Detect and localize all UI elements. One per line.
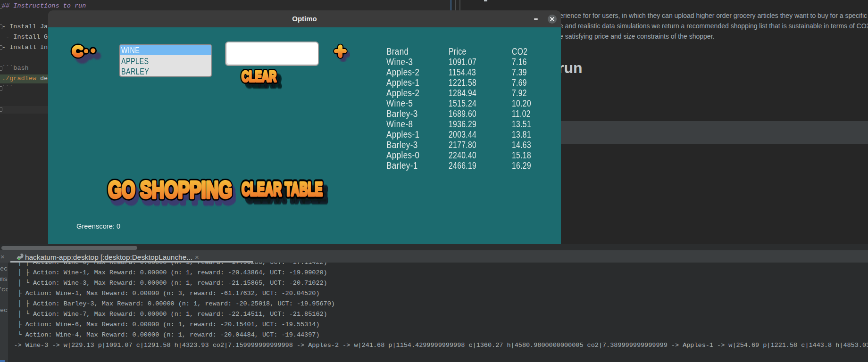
- svg-text:CLEAR: CLEAR: [242, 68, 276, 85]
- svg-text:CLEAR TABLE: CLEAR TABLE: [242, 178, 323, 199]
- svg-text:GO SHOPPING: GO SHOPPING: [108, 177, 232, 203]
